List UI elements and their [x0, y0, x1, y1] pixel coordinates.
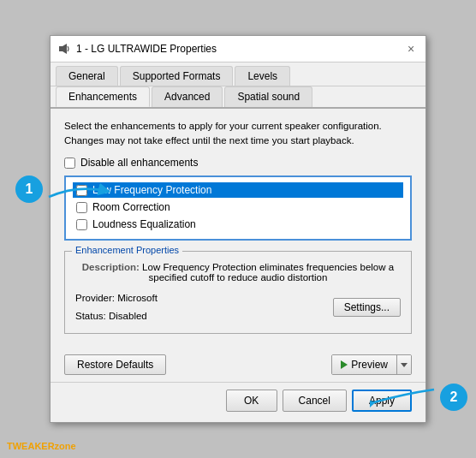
tab-advanced[interactable]: Advanced	[152, 86, 223, 107]
preview-label: Preview	[351, 359, 388, 371]
enhancements-list: Low Frequency Protection Room Correction…	[64, 175, 412, 241]
tabs-row-2: Enhancements Advanced Spatial sound	[51, 86, 425, 109]
enhancement-properties-group: Enhancement Properties Description: Low …	[64, 251, 412, 334]
svg-rect-2	[59, 46, 62, 51]
preview-container: Preview	[331, 354, 412, 375]
annotation-arrow-2	[370, 381, 438, 415]
tab-content: Select the enhancements to apply for you…	[51, 109, 425, 355]
tab-enhancements[interactable]: Enhancements	[56, 86, 150, 107]
annotation-circle-1: 1	[15, 175, 43, 203]
ok-button[interactable]: OK	[226, 390, 277, 412]
preview-button[interactable]: Preview	[332, 355, 396, 374]
zone-text: zone	[55, 441, 76, 451]
desc-prefix: Description:	[82, 262, 140, 272]
preview-dropdown-button[interactable]	[396, 355, 411, 374]
close-button[interactable]: ×	[403, 41, 419, 57]
group-description: Description: Low Frequency Protection el…	[75, 262, 401, 283]
chevron-down-icon	[401, 363, 408, 367]
loudness-checkbox[interactable]	[76, 219, 87, 230]
description-text: Select the enhancements to apply for you…	[64, 119, 412, 149]
desc-text: Low Frequency Protection eliminates freq…	[142, 262, 394, 283]
status-text: Status: Disabled	[75, 307, 158, 325]
disable-all-checkbox[interactable]	[64, 158, 75, 169]
group-box-title: Enhancement Properties	[72, 245, 182, 255]
disable-all-label: Disable all enhancements	[80, 157, 198, 169]
bottom-controls-row: Restore Defaults Preview	[51, 354, 425, 382]
tweaker-text: TWEAKER	[7, 441, 55, 451]
settings-button[interactable]: Settings...	[333, 298, 401, 317]
enhancement-item-room-correction[interactable]: Room Correction	[73, 199, 403, 215]
tab-supported-formats[interactable]: Supported Formats	[120, 66, 234, 86]
properties-window: 1 - LG ULTRAWIDE Properties × General Su…	[50, 35, 426, 424]
cancel-button[interactable]: Cancel	[283, 390, 347, 412]
window-title: 1 - LG ULTRAWIDE Properties	[76, 43, 217, 55]
tabs-row-1: General Supported Formats Levels	[51, 62, 425, 86]
restore-defaults-button[interactable]: Restore Defaults	[64, 354, 166, 375]
disable-all-row: Disable all enhancements	[64, 157, 412, 169]
tab-spatial-sound[interactable]: Spatial sound	[224, 86, 312, 107]
title-bar: 1 - LG ULTRAWIDE Properties ×	[51, 36, 425, 62]
play-icon	[341, 360, 348, 369]
enhancement-item-low-freq[interactable]: Low Frequency Protection	[73, 182, 403, 198]
enhancement-item-loudness[interactable]: Loudness Equalization	[73, 217, 403, 232]
tweakerzone-logo: TWEAKERzone	[7, 441, 76, 451]
provider-text: Provider: Microsoft	[75, 289, 158, 307]
loudness-label: Loudness Equalization	[92, 218, 196, 230]
tab-levels[interactable]: Levels	[235, 66, 290, 86]
annotation-arrow-1	[45, 180, 113, 205]
tab-general[interactable]: General	[56, 66, 118, 86]
annotation-circle-2: 2	[440, 384, 467, 411]
speaker-icon	[57, 42, 71, 56]
svg-marker-3	[62, 44, 67, 54]
